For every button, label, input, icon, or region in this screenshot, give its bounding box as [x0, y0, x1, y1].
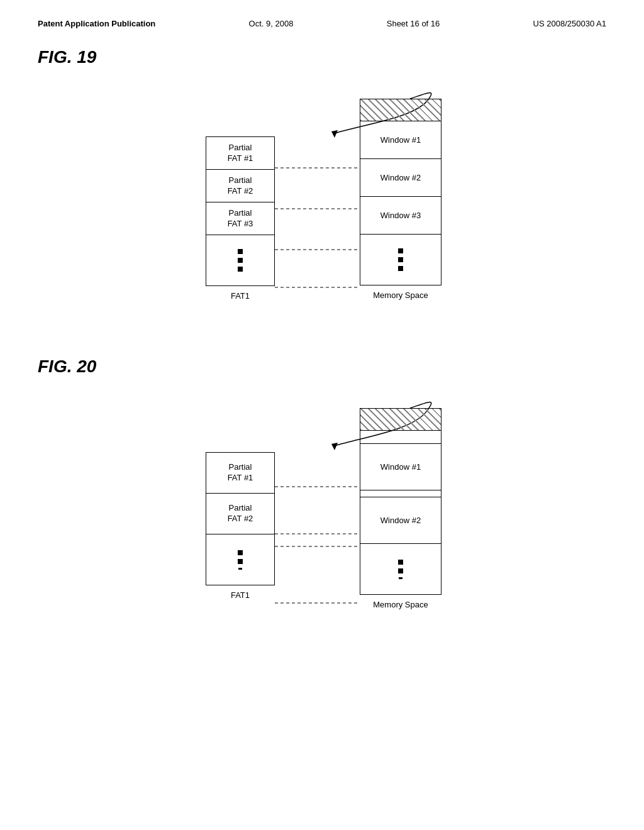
- fig19-window-1: Window #1: [360, 121, 441, 159]
- fig19-fat-block-1: PartialFAT #1: [206, 137, 274, 170]
- fig20-title: FIG. 20: [38, 357, 606, 377]
- header-patent-number: US 2008/250030 A1: [533, 19, 606, 28]
- fig20-window-2: Window #2: [360, 497, 441, 544]
- svg-marker-0: [331, 130, 338, 138]
- fig19-fat-label: FAT1: [206, 291, 275, 301]
- fig19-memory-dots: [360, 235, 441, 285]
- fig19-window-3: Window #3: [360, 197, 441, 235]
- fig19-fat-dots: [206, 235, 274, 285]
- page: Patent Application Publication Oct. 9, 2…: [0, 0, 644, 830]
- fig19-fat-block-3: PartialFAT #3: [206, 202, 274, 235]
- fig20-window-1: Window #1: [360, 443, 441, 490]
- svg-marker-5: [331, 443, 338, 450]
- fig19-memory-column: Window #1 Window #2 Window #3 Memory Spa…: [360, 99, 441, 300]
- fig20-memory-label: Memory Space: [360, 600, 441, 609]
- fig20-fat-column: PartialFAT #1 PartialFAT #2 FAT1: [206, 452, 275, 600]
- fig19-title: FIG. 19: [38, 47, 606, 67]
- fig20-fat-block-1: PartialFAT #1: [206, 453, 274, 494]
- header-sheet: Sheet 16 of 16: [387, 19, 440, 28]
- fig20-memory-dots: [360, 544, 441, 594]
- header-publication-label: Patent Application Publication: [38, 19, 155, 28]
- figure-20: FIG. 20 PartialFAT #1 PartialFAT #2: [38, 357, 606, 647]
- fig20-memory-column: Window #1 Window #2 Memory Space: [360, 408, 441, 609]
- fig20-fat-block-2: PartialFAT #2: [206, 494, 274, 534]
- page-header: Patent Application Publication Oct. 9, 2…: [38, 19, 606, 28]
- fig20-hatch: [360, 409, 441, 431]
- fig19-hatch: [360, 99, 441, 121]
- fig19-memory-label: Memory Space: [360, 290, 441, 300]
- fig20-fat-label: FAT1: [206, 590, 275, 600]
- fig20-fat-dots: [206, 534, 274, 585]
- header-date: Oct. 9, 2008: [249, 19, 294, 28]
- fig19-fat-block-2: PartialFAT #2: [206, 170, 274, 202]
- fig19-window-2: Window #2: [360, 159, 441, 197]
- fig19-fat-column: PartialFAT #1 PartialFAT #2 PartialFAT #…: [206, 136, 275, 301]
- figure-19: FIG. 19 PartialFAT #1: [38, 47, 606, 319]
